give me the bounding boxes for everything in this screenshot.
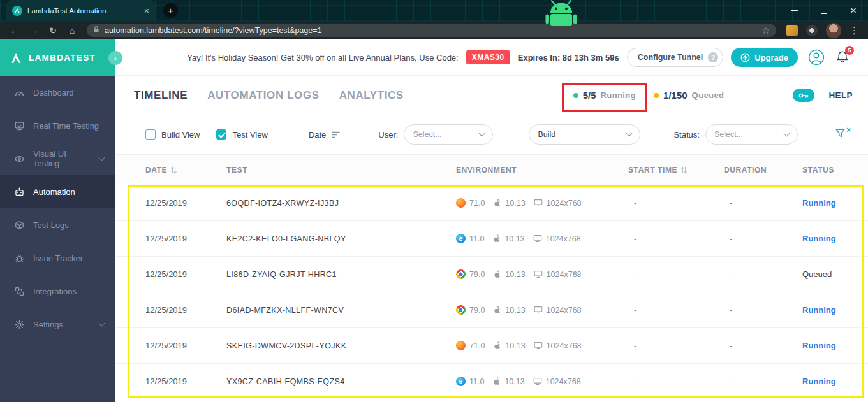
table-row: 12/25/2019D6IAD-MFZKX-NLLFF-WN7CV79.010.…: [115, 292, 868, 328]
sidebar-item-real-time-testing[interactable]: Real Time Testing: [0, 109, 115, 142]
chevron-down-icon: [479, 131, 485, 137]
sort-arrows-icon[interactable]: [171, 166, 177, 174]
promo-code-badge: XMAS30: [466, 50, 510, 64]
minimize-button[interactable]: [780, 0, 809, 21]
configure-tunnel-label: Configure Tunnel: [638, 53, 703, 62]
tab-analytics[interactable]: ANALYTICS: [339, 89, 404, 102]
build-select-value: Build: [538, 130, 555, 139]
sort-arrows-icon[interactable]: [681, 166, 687, 174]
configure-tunnel-button[interactable]: Configure Tunnel ?: [627, 48, 724, 67]
test-name-link[interactable]: LI86D-ZYAIQ-GJRJT-HHRC1: [226, 270, 456, 279]
sidebar-item-visual-ui-testing[interactable]: Visual UI Testing: [0, 142, 115, 175]
column-header-start-time[interactable]: START TIME: [628, 166, 724, 175]
ie-browser-icon: e: [456, 234, 466, 243]
column-header-label: DATE: [145, 166, 167, 175]
cell-date: 12/25/2019: [145, 198, 226, 208]
sidebar-item-settings[interactable]: Settings: [0, 308, 115, 341]
status-link[interactable]: Running: [802, 377, 868, 386]
dashboard-icon: [14, 87, 25, 98]
sidebar-item-dashboard[interactable]: Dashboard: [0, 76, 115, 109]
notifications-bell-icon[interactable]: 5: [836, 50, 849, 64]
sidebar-item-label: Issue Tracker: [33, 254, 83, 263]
test-view-toggle[interactable]: Test View: [216, 129, 267, 140]
test-name-link[interactable]: 6OQDF-IOTZ4-XRWYZ-IJ3BJ: [226, 199, 456, 208]
test-name-link[interactable]: YX9CZ-CABIH-FQMBS-EQZS4: [226, 377, 456, 386]
session-stats: 5/5 Running 1/150 Queued HELP: [573, 89, 868, 102]
tab-automation-logs[interactable]: AUTOMATION LOGS: [207, 89, 320, 102]
realtime-icon: [14, 120, 25, 131]
status-link[interactable]: Queued: [802, 269, 868, 279]
upgrade-arrow-icon: [740, 53, 750, 62]
cell-environment: 71.010.131024x768: [456, 198, 628, 208]
test-view-checkbox[interactable]: [216, 129, 226, 140]
monitor-resolution-icon: [534, 306, 543, 314]
cell-environment: 79.010.131024x768: [456, 305, 628, 315]
sidebar-item-integrations[interactable]: Integrations: [0, 275, 115, 308]
table-header: DATETESTENVIRONMENTSTART TIMEDURATIONSTA…: [115, 154, 868, 185]
access-key-button[interactable]: [793, 89, 814, 102]
chrome-browser-icon: [456, 305, 466, 315]
home-icon[interactable]: ⌂: [64, 25, 80, 36]
maximize-button[interactable]: [809, 0, 839, 21]
screen-resolution: 1024x768: [547, 341, 582, 350]
test-name-link[interactable]: D6IAD-MFZKX-NLLFF-WN7CV: [226, 306, 456, 315]
status-link[interactable]: Running: [802, 198, 868, 208]
lambdatest-logo-icon: [9, 51, 23, 65]
build-select[interactable]: Build: [529, 124, 640, 145]
sidebar-item-test-logs[interactable]: Test Logs: [0, 208, 115, 241]
table-row: 12/25/2019YX9CZ-CABIH-FQMBS-EQZS4e11.010…: [115, 364, 868, 399]
browser-menu-icon[interactable]: ⋮: [850, 25, 859, 36]
queued-stat: 1/150 Queued: [654, 90, 724, 101]
help-link[interactable]: HELP: [828, 90, 853, 100]
user-filter-label: User:: [378, 130, 398, 140]
sidebar-item-label: Test Logs: [33, 220, 69, 230]
status-select-value: Select...: [714, 130, 743, 139]
firefox-browser-icon: [456, 341, 466, 350]
status-select[interactable]: Select...: [705, 124, 798, 145]
monitor-resolution-icon: [534, 341, 543, 350]
sidebar-item-automation[interactable]: Automation: [0, 175, 115, 208]
browser-version: 71.0: [469, 341, 485, 350]
back-icon[interactable]: ←: [6, 25, 23, 36]
status-link[interactable]: Running: [802, 305, 868, 315]
date-sort-control[interactable]: Date: [309, 130, 340, 140]
build-view-toggle[interactable]: Build View: [145, 129, 200, 140]
status-link[interactable]: Running: [802, 234, 868, 243]
user-account-icon[interactable]: [808, 49, 825, 66]
profile-avatar[interactable]: [826, 23, 841, 38]
browser-tab[interactable]: LambdaTest Automation ×: [6, 0, 155, 21]
url-bar[interactable]: automation.lambdatest.com/timeline/?view…: [87, 24, 776, 37]
test-name-link[interactable]: SKEIG-DWMCV-2DSPL-YOJKK: [226, 341, 456, 350]
sidebar-collapse-button[interactable]: ‹: [108, 51, 122, 65]
extension-icon-2[interactable]: [806, 25, 818, 36]
build-view-checkbox[interactable]: [145, 129, 156, 140]
browser-window: LambdaTest Automation × + × ← → ↻ ⌂: [0, 0, 868, 402]
integrations-icon: [14, 286, 25, 297]
window-controls: ×: [780, 0, 868, 21]
test-name-link[interactable]: KE2C2-KELO0-LGANG-NBLQY: [226, 234, 456, 243]
tab-timeline[interactable]: TIMELINE: [134, 89, 188, 102]
upgrade-button[interactable]: Upgrade: [731, 48, 798, 67]
forward-icon[interactable]: →: [26, 25, 42, 36]
tunnel-help-icon[interactable]: ?: [708, 52, 718, 62]
lock-icon[interactable]: [93, 25, 99, 36]
column-header-label: TEST: [226, 166, 247, 175]
close-button[interactable]: ×: [839, 0, 868, 21]
bookmark-star-icon[interactable]: ☆: [761, 25, 770, 36]
browser-version: 71.0: [469, 199, 485, 208]
url-input[interactable]: automation.lambdatest.com/timeline/?view…: [105, 26, 756, 35]
clear-filters-button[interactable]: ×: [835, 129, 845, 140]
android-robot-art: [531, 0, 592, 26]
refresh-icon[interactable]: ↻: [45, 25, 61, 36]
tab-close-icon[interactable]: ×: [144, 6, 149, 15]
user-select[interactable]: Select...: [404, 124, 493, 145]
monitor-resolution-icon: [534, 199, 543, 207]
sidebar-item-issue-tracker[interactable]: Issue Tracker: [0, 241, 115, 275]
extension-icon-1[interactable]: [786, 25, 798, 36]
sidebar-item-label: Integrations: [33, 287, 77, 296]
cell-environment: 79.010.131024x768: [456, 269, 628, 279]
column-header-date[interactable]: DATE: [145, 166, 226, 175]
status-link[interactable]: Running: [802, 341, 868, 350]
sidebar-item-label: Visual UI Testing: [33, 149, 91, 168]
new-tab-button[interactable]: +: [163, 3, 178, 18]
